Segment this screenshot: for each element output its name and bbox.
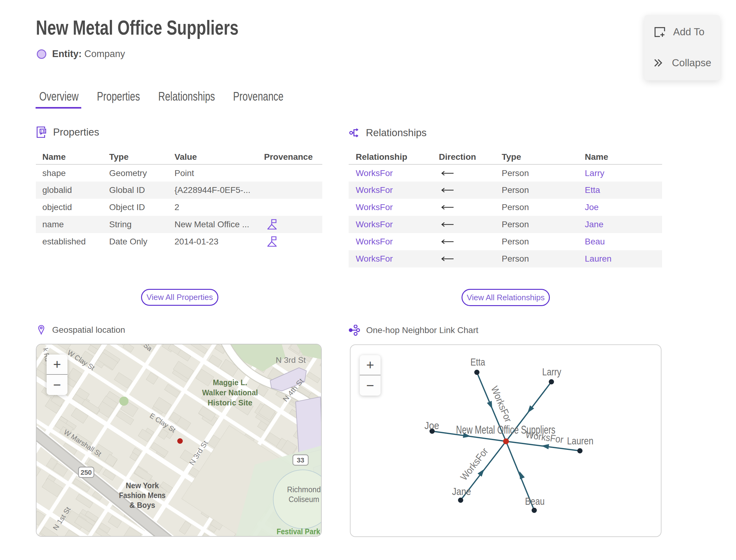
svg-text:Maggie L.: Maggie L. bbox=[213, 378, 247, 387]
svg-text:Larry: Larry bbox=[542, 366, 561, 378]
svg-text:33: 33 bbox=[297, 456, 304, 464]
svg-text:Beau: Beau bbox=[525, 495, 545, 507]
svg-text:WorksFor: WorksFor bbox=[489, 385, 514, 424]
svg-text:Festival Park: Festival Park bbox=[277, 527, 320, 536]
svg-text:WorksFor: WorksFor bbox=[525, 429, 564, 445]
svg-text:250: 250 bbox=[81, 469, 92, 476]
svg-text:Jane: Jane bbox=[452, 485, 471, 497]
svg-text:Fashion Mens: Fashion Mens bbox=[119, 491, 166, 500]
svg-text:Coliseum: Coliseum bbox=[289, 495, 319, 504]
svg-text:N 3rd St: N 3rd St bbox=[276, 356, 306, 364]
svg-text:Lauren: Lauren bbox=[567, 435, 593, 447]
svg-text:Richmond: Richmond bbox=[287, 485, 321, 494]
svg-text:Etta: Etta bbox=[470, 356, 485, 368]
svg-text:New York: New York bbox=[126, 481, 159, 490]
svg-text:Walker National: Walker National bbox=[202, 388, 258, 397]
svg-text:WorksFor: WorksFor bbox=[458, 446, 490, 482]
svg-text:Historic Site: Historic Site bbox=[208, 398, 252, 407]
svg-text:& Boys: & Boys bbox=[129, 501, 155, 510]
svg-text:Joe: Joe bbox=[424, 420, 439, 431]
